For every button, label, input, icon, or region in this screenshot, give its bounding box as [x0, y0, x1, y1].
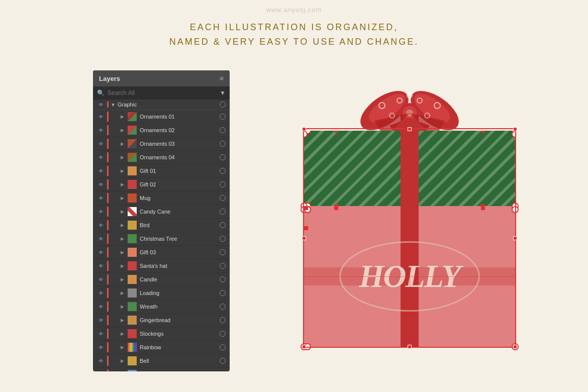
layer-name-9: Christmas Tree: [140, 236, 220, 242]
arrow-15[interactable]: ▶: [121, 318, 128, 323]
main-title: Each illustration is organized, Named & …: [0, 0, 588, 49]
red-bar-13: [107, 288, 109, 298]
layer-row[interactable]: 👁 ▶ Rainbow: [93, 341, 230, 354]
layers-menu-icon[interactable]: ≡: [220, 74, 224, 82]
gift-box: HOLLY: [294, 80, 525, 357]
body-handle-bc: [304, 343, 311, 350]
red-bar-18: [107, 356, 109, 366]
layer-row[interactable]: 👁 ▶ Wreath: [93, 300, 230, 314]
eye-icon-17[interactable]: 👁: [97, 344, 105, 350]
circle-12: [220, 276, 226, 282]
circle-11: [220, 263, 226, 269]
gift-lid: [304, 131, 515, 206]
arrow-6[interactable]: ▶: [121, 195, 128, 201]
thumb-18: [128, 356, 137, 365]
layer-row[interactable]: 👁 ▶ Ornaments 01: [93, 110, 230, 124]
layer-row[interactable]: 👁 ▶ Christmas Tree: [93, 232, 230, 246]
eye-icon-13[interactable]: 👁: [97, 290, 105, 296]
filter-icon[interactable]: ▼: [220, 89, 226, 96]
layer-row[interactable]: 👁 ▶ Candle: [93, 273, 230, 286]
sq-handle-tc2: [304, 226, 308, 230]
layer-row[interactable]: 👁 ▶ Mug: [93, 191, 230, 205]
arrow-12[interactable]: ▶: [121, 277, 128, 282]
eye-icon-14[interactable]: 👁: [97, 304, 105, 310]
layer-row[interactable]: 👁 ▶ Bell: [93, 354, 230, 368]
layer-name-0: Ornaments 01: [140, 114, 220, 120]
arrow-14[interactable]: ▶: [121, 304, 128, 309]
eye-icon-3[interactable]: 👁: [97, 154, 105, 160]
thumb-13: [128, 288, 137, 298]
circle-6: [220, 195, 226, 201]
layer-row[interactable]: 👁 ▶ Bird: [93, 219, 230, 232]
circle-16: [220, 331, 226, 337]
eye-icon-18[interactable]: 👁: [97, 358, 105, 364]
arrow-1[interactable]: ▶: [121, 128, 128, 133]
eye-icon-2[interactable]: 👁: [97, 141, 105, 147]
circle-4: [220, 168, 226, 174]
eye-icon-5[interactable]: 👁: [97, 181, 105, 187]
layer-row[interactable]: 👁 ▶ Ornaments 03: [93, 137, 230, 151]
collapse-arrow-graphic[interactable]: ▼: [111, 102, 116, 108]
eye-icon-15[interactable]: 👁: [97, 317, 105, 323]
layer-row[interactable]: 👁 ▶ Gift 01: [93, 164, 230, 178]
arrow-18[interactable]: ▶: [121, 358, 128, 363]
circle-0: [220, 114, 226, 120]
eye-icon-graphic[interactable]: 👁: [97, 102, 105, 108]
eye-icon-1[interactable]: 👁: [97, 127, 105, 133]
thumb-0: [128, 112, 137, 121]
eye-icon-8[interactable]: 👁: [97, 222, 105, 228]
arrow-13[interactable]: ▶: [121, 290, 128, 296]
arrow-5[interactable]: ▶: [121, 182, 128, 187]
layer-name-10: Gift 03: [140, 249, 220, 255]
layer-row[interactable]: 👁 ▶ Candy Cane: [93, 205, 230, 219]
eye-icon-11[interactable]: 👁: [97, 263, 105, 269]
sq-handle-ml2: [334, 206, 338, 210]
thumb-5: [128, 180, 137, 189]
arrow-2[interactable]: ▶: [121, 141, 128, 146]
layer-name-7: Candy Cane: [140, 209, 220, 215]
thumb-1: [128, 126, 137, 135]
red-bar-11: [107, 261, 109, 271]
eye-icon-12[interactable]: 👁: [97, 276, 105, 282]
eye-icon-6[interactable]: 👁: [97, 195, 105, 201]
red-bar-19: [107, 369, 109, 371]
graphic-parent-row[interactable]: 👁 ▼ Graphic: [93, 100, 230, 110]
arrow-11[interactable]: ▶: [121, 263, 128, 268]
thumb-12: [128, 275, 137, 284]
arrow-3[interactable]: ▶: [121, 155, 128, 160]
layer-row[interactable]: 👁 ▶ Ornaments 02: [93, 124, 230, 137]
layer-name-11: Santa's hat: [140, 263, 220, 269]
layer-name-16: Stockings: [140, 331, 220, 337]
eye-icon-9[interactable]: 👁: [97, 236, 105, 242]
red-bar-7: [107, 207, 109, 217]
layer-row[interactable]: 👁 ▶ Gift 02: [93, 178, 230, 191]
layer-name-2: Ornaments 03: [140, 141, 220, 147]
eye-icon-10[interactable]: 👁: [97, 249, 105, 255]
arrow-10[interactable]: ▶: [121, 250, 128, 255]
thumb-3: [128, 153, 137, 162]
layer-row[interactable]: 👁 ▶ Stockings: [93, 327, 230, 341]
layer-row[interactable]: 👁 ▶ Gingerbread: [93, 314, 230, 327]
layer-row[interactable]: 👁 ▶ Gift 03: [93, 246, 230, 259]
arrow-17[interactable]: ▶: [121, 345, 128, 350]
layer-name-6: Mug: [140, 195, 220, 201]
layer-row[interactable]: 👁 ▶ Loading: [93, 286, 230, 300]
arrow-9[interactable]: ▶: [121, 236, 128, 241]
arrow-16[interactable]: ▶: [121, 331, 128, 336]
arrow-7[interactable]: ▶: [121, 209, 128, 214]
eye-icon-7[interactable]: 👁: [97, 209, 105, 215]
layer-name-4: Gift 01: [140, 168, 220, 174]
circle-9: [220, 236, 226, 242]
layer-row[interactable]: 👁 ▶ Snow Globe: [93, 368, 230, 371]
arrow-0[interactable]: ▶: [121, 114, 128, 119]
layer-row[interactable]: 👁 ▶ Ornaments 04: [93, 151, 230, 164]
eye-icon-4[interactable]: 👁: [97, 168, 105, 174]
search-input[interactable]: [108, 89, 217, 96]
arrow-8[interactable]: ▶: [121, 223, 128, 228]
eye-icon-16[interactable]: 👁: [97, 331, 105, 337]
layers-panel: Layers ≡ 🔍 ▼ 👁 ▼ Graphic 👁 ▶ Ornaments 0…: [93, 70, 230, 371]
eye-icon-0[interactable]: 👁: [97, 114, 105, 120]
arrow-4[interactable]: ▶: [121, 168, 128, 173]
layer-row[interactable]: 👁 ▶ Santa's hat: [93, 259, 230, 273]
red-bar-0: [107, 112, 109, 122]
